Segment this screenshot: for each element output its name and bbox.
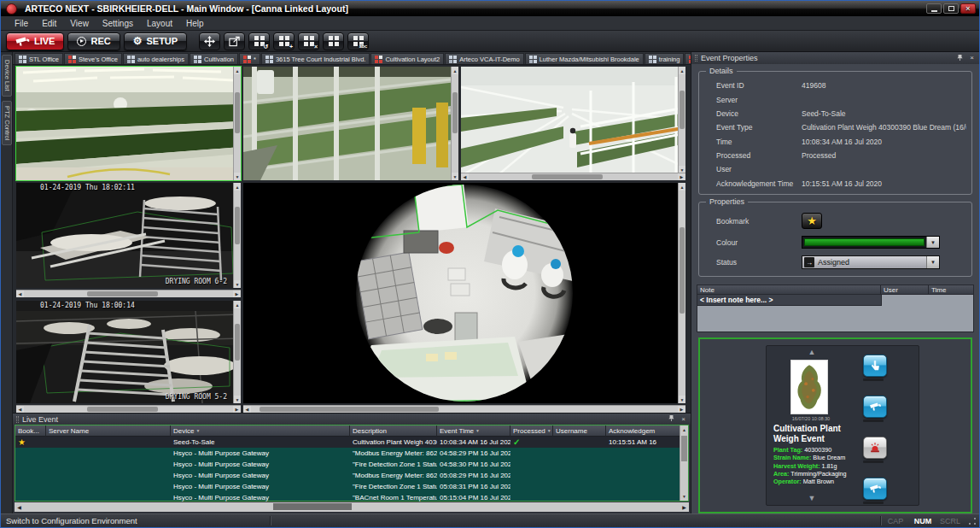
chevron-down-icon[interactable]: ▼	[926, 256, 939, 268]
camera-vertical-scrollbar[interactable]: ▲▼	[233, 301, 241, 403]
camera-vertical-scrollbar[interactable]: ▲▼	[233, 183, 241, 288]
colour-dropdown[interactable]: ▼	[802, 236, 940, 249]
close-panel-icon[interactable]: ×	[680, 416, 687, 423]
scroll-left-icon[interactable]: ◀	[461, 173, 469, 180]
col-description[interactable]: Description	[350, 425, 437, 437]
event-row[interactable]: Hsyco - Multi Purpose Gateway "Fire Dete…	[15, 481, 688, 492]
event-row[interactable]: Hsyco - Multi Purpose Gateway "Modbus En…	[15, 470, 688, 481]
scroll-up-icon[interactable]: ▲	[452, 67, 458, 74]
scroll-down-icon[interactable]: ▼	[234, 396, 241, 403]
resize-grip-icon[interactable]	[967, 516, 977, 526]
scrollbar-thumb[interactable]	[87, 291, 158, 296]
tab-cultivation-layout2[interactable]: Cultivation Layout2	[370, 53, 444, 64]
alarm-button[interactable]	[863, 437, 887, 459]
table-horizontal-scrollbar[interactable]: ◀▶	[15, 502, 689, 512]
grid-layout-button[interactable]	[323, 32, 344, 50]
close-button[interactable]: ×	[960, 3, 976, 14]
tab-arteco-vca-it-demo[interactable]: Arteco VCA-IT-Demo	[445, 53, 523, 64]
scroll-up-icon[interactable]: ▲	[679, 67, 685, 74]
scroll-right-icon[interactable]: ▶	[233, 406, 241, 413]
camera-feed-greenhouse-aisle[interactable]: ▲▼ ◀▶	[461, 67, 685, 180]
tab-auto-dealerships[interactable]: auto dealerships	[123, 53, 189, 64]
camera-horizontal-scrollbar[interactable]: ◀▶	[243, 405, 685, 413]
camera-feed-grow-racks[interactable]: ▲▼	[243, 67, 458, 180]
camera-vertical-scrollbar[interactable]: ▲▼	[451, 67, 458, 180]
maximize-button[interactable]	[943, 3, 959, 14]
tab-cultivation[interactable]: Cultivation	[190, 53, 238, 64]
scroll-down-icon[interactable]: ▼	[452, 173, 458, 180]
event-row-selected[interactable]: ★ Seed-To-Sale Cultivation Plant Weigh 4…	[15, 437, 688, 448]
menu-layout[interactable]: Layout	[140, 18, 179, 29]
bookmark-star-icon[interactable]: ★	[15, 437, 46, 448]
insert-note-field[interactable]: < Insert note here... >	[697, 295, 882, 306]
scroll-left-icon[interactable]: ◀	[16, 290, 24, 297]
scroll-left-icon[interactable]: ◀	[243, 406, 251, 413]
scroll-down-icon[interactable]: ▼	[680, 492, 688, 501]
tab-front-door-cameras[interactable]: Front door cameras	[685, 53, 691, 64]
scroll-up-icon[interactable]: ▲	[234, 301, 241, 308]
view-camera-button[interactable]	[863, 396, 887, 418]
menu-view[interactable]: View	[63, 18, 96, 29]
device-list-tab[interactable]: Device List	[2, 55, 12, 97]
camera-horizontal-scrollbar[interactable]: ◀▶	[16, 405, 241, 413]
note-col-note[interactable]: Note	[697, 285, 881, 295]
scroll-left-icon[interactable]: ◀	[16, 406, 24, 413]
tab-luther-mazda[interactable]: Luther Mazda/Mitsubishi Brookdale	[525, 53, 644, 64]
camera-labels-button[interactable]: abc	[347, 32, 369, 50]
scroll-right-icon[interactable]: ▶	[678, 173, 685, 180]
scrollbar-thumb[interactable]	[452, 92, 458, 133]
camera-horizontal-scrollbar[interactable]: ◀▶	[16, 290, 241, 297]
note-col-time[interactable]: Time	[929, 285, 974, 295]
minimize-button[interactable]	[926, 3, 942, 14]
menu-help[interactable]: Help	[179, 18, 211, 29]
scroll-right-icon[interactable]: ▶	[233, 290, 241, 297]
scrollbar-thumb[interactable]	[680, 227, 685, 314]
previous-event-arrow-icon[interactable]: ▲	[790, 349, 833, 356]
note-col-user[interactable]: User	[881, 285, 929, 295]
event-row[interactable]: Hsyco - Multi Purpose Gateway "Fire Dete…	[15, 459, 688, 470]
camera-horizontal-scrollbar[interactable]: ◀▶	[461, 173, 685, 180]
scrollbar-thumb[interactable]	[235, 324, 240, 361]
scroll-right-icon[interactable]: ▶	[678, 406, 685, 413]
col-server-name[interactable]: Server Name	[46, 425, 171, 437]
scroll-up-icon[interactable]: ▲	[679, 183, 685, 191]
ptz-control-tab[interactable]: PTZ Control	[2, 101, 12, 145]
tab-3615-tree-court[interactable]: 3615 Tree Court Industrial Blvd.	[261, 53, 370, 64]
tab-stl-office[interactable]: STL Office	[15, 53, 63, 64]
menu-file[interactable]: File	[8, 18, 35, 29]
menu-settings[interactable]: Settings	[96, 18, 140, 29]
tab-steves-office[interactable]: Steve's Office	[64, 53, 122, 64]
fullscreen-button[interactable]	[199, 32, 220, 50]
manual-action-button[interactable]	[863, 355, 887, 377]
camera-feed-fisheye-packaging-room[interactable]: ▲▼	[243, 183, 685, 403]
scroll-up-icon[interactable]: ▲	[234, 67, 241, 74]
scroll-down-icon[interactable]: ▼	[679, 396, 685, 403]
camera-vertical-scrollbar[interactable]: ▲▼	[678, 67, 685, 173]
status-dropdown[interactable]: → Assigned ▼	[802, 255, 940, 269]
add-view-button[interactable]: +	[273, 32, 295, 50]
cycle-layout-button[interactable]: ↺	[248, 32, 270, 50]
col-event-time[interactable]: Event Time▼	[437, 425, 510, 437]
tab-unsaved[interactable]: *	[239, 53, 260, 64]
bookmark-button[interactable]: ★	[802, 213, 822, 229]
table-vertical-scrollbar[interactable]: ▲▼	[680, 425, 688, 501]
camera-vertical-scrollbar[interactable]: ▲▼	[233, 67, 241, 180]
col-acknowledgement[interactable]: Acknowledgem	[606, 425, 688, 437]
scrollbar-thumb[interactable]	[273, 503, 352, 510]
camera-feed-cultivation-tables[interactable]: ▲▼	[16, 67, 241, 180]
scrollbar-thumb[interactable]	[235, 207, 240, 244]
col-bookmark[interactable]: Book...	[15, 425, 46, 437]
menu-edit[interactable]: Edit	[35, 18, 63, 29]
scrollbar-thumb[interactable]	[260, 407, 439, 412]
scroll-up-icon[interactable]: ▲	[680, 425, 688, 434]
scroll-down-icon[interactable]: ▼	[234, 173, 241, 180]
scrollbar-thumb[interactable]	[87, 407, 158, 412]
setup-mode-button[interactable]: ⚙ SETUP	[124, 32, 187, 50]
close-panel-icon[interactable]: ×	[968, 55, 976, 62]
col-username[interactable]: Username	[553, 425, 606, 437]
col-device[interactable]: Device▼	[171, 425, 350, 437]
scroll-down-icon[interactable]: ▼	[234, 280, 241, 288]
scrollbar-thumb[interactable]	[680, 91, 685, 129]
event-row[interactable]: Hsyco - Multi Purpose Gateway "Modbus En…	[15, 448, 688, 459]
scroll-left-icon[interactable]: ◀	[15, 504, 24, 510]
